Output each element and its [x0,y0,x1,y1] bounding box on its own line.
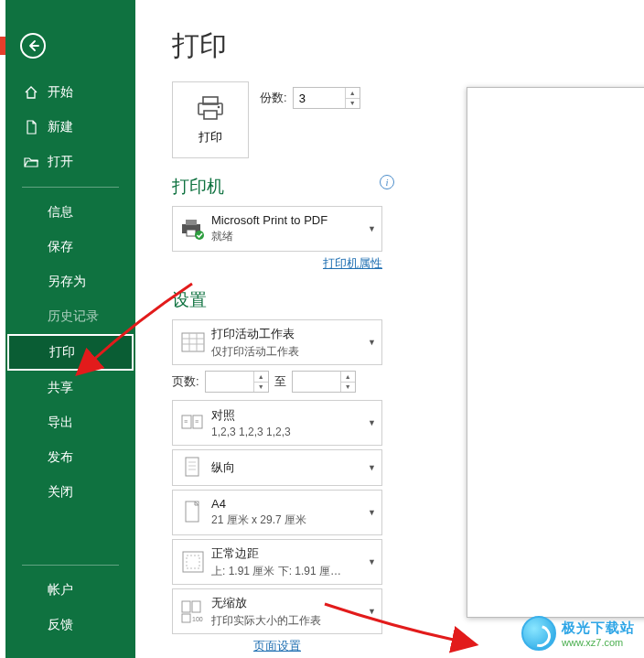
copies-input[interactable] [294,88,343,108]
sidebar-label: 关闭 [48,484,73,501]
chevron-down-icon: ▼ [368,557,376,566]
info-icon[interactable]: i [380,175,394,189]
pages-to-input[interactable] [293,372,338,392]
orientation-dropdown[interactable]: 纵向 ▼ [172,449,382,486]
spinner-down-icon[interactable]: ▼ [254,383,268,393]
sidebar-label: 打印 [49,344,75,361]
svg-rect-8 [182,333,204,351]
paper-l2: 21 厘米 x 29.7 厘米 [211,512,374,528]
print-what-l1: 打印活动工作表 [211,326,374,342]
page-setup-link[interactable]: 页面设置 [172,638,382,654]
svg-rect-18 [192,601,200,612]
page-icon [180,501,206,524]
margins-dropdown[interactable]: 正常边距 上: 1.91 厘米 下: 1.91 厘… ▼ [172,539,382,585]
print-what-dropdown[interactable]: 打印活动工作表 仅打印活动工作表 ▼ [172,319,382,365]
sidebar-item-new[interactable]: 新建 [5,110,135,145]
spinner-down-icon[interactable]: ▼ [346,99,360,109]
scaling-l1: 无缩放 [211,595,374,611]
sidebar-item-print[interactable]: 打印 [7,334,134,371]
collate-l1: 对照 [211,407,374,424]
open-folder-icon [24,155,40,169]
spinner-up-icon[interactable]: ▲ [346,88,360,99]
chevron-down-icon: ▼ [368,338,376,347]
sidebar-label: 导出 [48,415,73,431]
svg-point-7 [195,231,204,240]
chevron-down-icon: ▼ [368,463,376,472]
scaling-l2: 打印实际大小的工作表 [211,613,374,629]
sidebar-item-share[interactable]: 共享 [5,371,135,405]
sidebar-label: 打开 [48,154,73,170]
margins-l1: 正常边距 [211,545,374,562]
sidebar-item-feedback[interactable]: 反馈 [5,608,135,642]
pages-to-spinner[interactable]: ▲▼ [292,371,356,393]
paper-l1: A4 [211,497,374,511]
sidebar-item-export[interactable]: 导出 [5,405,135,440]
sidebar-label: 新建 [48,119,73,135]
print-what-l2: 仅打印活动工作表 [211,344,374,360]
pages-to-label: 至 [274,373,286,390]
sidebar-item-home[interactable]: 开始 [5,75,135,110]
printer-dropdown[interactable]: Microsoft Print to PDF 就绪 ▼ [172,206,382,252]
scaling-dropdown[interactable]: 100 无缩放 打印实际大小的工作表 ▼ [172,588,382,634]
chevron-down-icon: ▼ [368,508,376,517]
collate-icon: ≡≡ [180,413,206,433]
print-button[interactable]: 打印 [172,81,249,158]
watermark-logo-icon [521,616,556,651]
pages-label: 页数: [172,373,199,390]
sidebar-item-save[interactable]: 保存 [5,230,135,264]
sidebar-label: 信息 [48,204,73,221]
sidebar-item-close[interactable]: 关闭 [5,475,135,510]
spinner-up-icon[interactable]: ▲ [254,372,268,383]
sidebar-label: 保存 [48,239,73,255]
printer-name: Microsoft Print to PDF [211,213,374,227]
chevron-down-icon: ▼ [368,607,376,616]
page-title: 打印 [172,27,644,65]
sidebar-item-open[interactable]: 打开 [5,145,135,179]
printer-icon [195,94,226,122]
svg-rect-13 [186,458,199,476]
copies-spinner[interactable]: ▲ ▼ [293,87,360,109]
svg-text:100: 100 [192,616,203,622]
back-arrow-icon [26,38,40,53]
pages-from-input[interactable] [206,372,252,392]
pages-from-spinner[interactable]: ▲▼ [205,371,269,393]
sidebar-label: 历史记录 [48,308,99,325]
sidebar-label: 开始 [48,84,73,101]
back-button[interactable] [20,33,46,59]
spinner-down-icon[interactable]: ▼ [341,383,355,393]
sidebar-item-info[interactable]: 信息 [5,195,135,230]
collate-dropdown[interactable]: ≡≡ 对照 1,2,3 1,2,3 1,2,3 ▼ [172,400,382,446]
sidebar-item-saveas[interactable]: 另存为 [5,264,135,299]
chevron-down-icon: ▼ [368,418,376,427]
paper-size-dropdown[interactable]: A4 21 厘米 x 29.7 厘米 ▼ [172,490,382,535]
svg-rect-17 [182,601,190,612]
margins-icon [180,551,206,573]
printer-status: 就绪 [211,229,374,244]
home-icon [24,85,40,100]
sidebar-separator [22,565,119,566]
scaling-icon: 100 [180,599,206,623]
svg-text:≡: ≡ [195,418,199,425]
sidebar-item-account[interactable]: 帐户 [5,573,135,608]
print-preview: ·· ··· ·· ···· ·· ··· ·· [467,87,644,618]
printer-ready-icon [180,217,206,241]
printer-properties-link[interactable]: 打印机属性 [172,255,382,272]
copies-label: 份数: [260,90,287,106]
sidebar-label: 反馈 [48,617,73,633]
red-accent [0,37,5,55]
sidebar-item-history[interactable]: 历史记录 [5,299,135,334]
svg-point-3 [218,106,220,109]
sidebar-label: 共享 [48,380,73,396]
watermark-name: 极光下载站 [562,620,635,637]
sidebar-item-publish[interactable]: 发布 [5,440,135,475]
svg-rect-2 [204,111,217,119]
spinner-up-icon[interactable]: ▲ [341,372,355,383]
svg-rect-5 [186,220,197,225]
svg-rect-15 [183,552,203,572]
svg-rect-19 [182,614,190,622]
margins-l2: 上: 1.91 厘米 下: 1.91 厘… [211,564,374,579]
new-file-icon [24,120,40,135]
portrait-icon [180,457,206,479]
svg-text:≡: ≡ [184,418,188,425]
sidebar-label: 帐户 [48,582,73,599]
